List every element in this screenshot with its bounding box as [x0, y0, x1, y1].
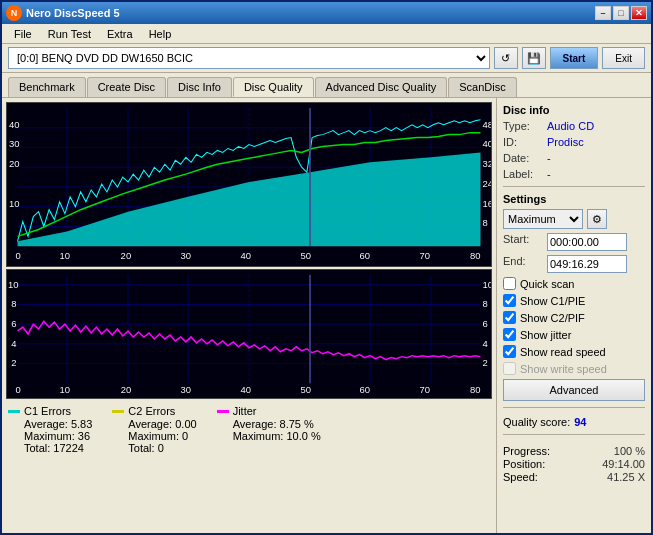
progress-value: 100 %: [614, 445, 645, 457]
svg-text:60: 60: [359, 385, 370, 395]
show-read-check[interactable]: [503, 345, 516, 358]
menu-file[interactable]: File: [6, 26, 40, 42]
date-row: Date: -: [503, 152, 645, 164]
svg-text:40: 40: [483, 140, 491, 150]
jitter-color: [217, 410, 229, 413]
settings-title: Settings: [503, 193, 645, 205]
advanced-button[interactable]: Advanced: [503, 379, 645, 401]
svg-text:30: 30: [181, 251, 192, 261]
show-write-check: [503, 362, 516, 375]
svg-text:6: 6: [11, 319, 16, 329]
legend-c2: C2 Errors Average: 0.00 Maximum: 0 Total…: [112, 405, 196, 454]
start-field[interactable]: [547, 233, 627, 251]
svg-text:70: 70: [419, 385, 430, 395]
content-area: 40 30 20 10 48 40 32 24 16 8 0 10 20 30: [2, 97, 651, 533]
svg-text:40: 40: [9, 120, 20, 130]
app-icon: N: [6, 5, 22, 21]
c2-avg: Average: 0.00: [128, 418, 196, 430]
bottom-chart: 10 8 6 4 2 10 8 6 4 2 0 10 20 30 40: [6, 269, 492, 399]
quick-scan-check[interactable]: [503, 277, 516, 290]
tab-bar: Benchmark Create Disc Disc Info Disc Qua…: [2, 73, 651, 97]
end-row: End:: [503, 255, 645, 273]
drive-select[interactable]: [0:0] BENQ DVD DD DW1650 BCIC: [8, 47, 490, 69]
speed-label: Speed:: [503, 471, 538, 483]
end-field[interactable]: [547, 255, 627, 273]
svg-text:10: 10: [483, 280, 491, 290]
top-chart-svg: 40 30 20 10 48 40 32 24 16 8 0 10 20 30: [7, 103, 491, 266]
close-button[interactable]: ✕: [631, 6, 647, 20]
show-jitter-check[interactable]: [503, 328, 516, 341]
show-c1-row: Show C1/PIE: [503, 294, 645, 307]
svg-text:40: 40: [241, 251, 252, 261]
right-panel: Disc info Type: Audio CD ID: Prodisc Dat…: [496, 98, 651, 533]
id-label: ID:: [503, 136, 543, 148]
speed-value: 41.25 X: [607, 471, 645, 483]
c2-label: C2 Errors: [128, 405, 175, 417]
divider-1: [503, 186, 645, 187]
progress-row: Progress: 100 %: [503, 445, 645, 457]
disc-info-title: Disc info: [503, 104, 645, 116]
menu-extra[interactable]: Extra: [99, 26, 141, 42]
speed-select[interactable]: Maximum: [503, 209, 583, 229]
id-value: Prodisc: [547, 136, 584, 148]
minimize-button[interactable]: –: [595, 6, 611, 20]
type-label: Type:: [503, 120, 543, 132]
tab-create-disc[interactable]: Create Disc: [87, 77, 166, 97]
c2-stats: Average: 0.00 Maximum: 0 Total: 0: [112, 418, 196, 454]
tab-disc-quality[interactable]: Disc Quality: [233, 77, 314, 97]
show-read-label: Show read speed: [520, 346, 606, 358]
position-value: 49:14.00: [602, 458, 645, 470]
svg-text:2: 2: [11, 359, 16, 369]
main-window: N Nero DiscSpeed 5 – □ ✕ File Run Test E…: [0, 0, 653, 535]
position-label: Position:: [503, 458, 545, 470]
disc-label-value: -: [547, 168, 551, 180]
progress-label: Progress:: [503, 445, 550, 457]
speed-row-prog: Speed: 41.25 X: [503, 471, 645, 483]
tab-advanced-disc-quality[interactable]: Advanced Disc Quality: [315, 77, 448, 97]
svg-text:4: 4: [11, 339, 16, 349]
show-c2-check[interactable]: [503, 311, 516, 324]
show-c2-label: Show C2/PIF: [520, 312, 585, 324]
tab-disc-info[interactable]: Disc Info: [167, 77, 232, 97]
c1-stats: Average: 5.83 Maximum: 36 Total: 17224: [8, 418, 92, 454]
start-button[interactable]: Start: [550, 47, 599, 69]
c1-label: C1 Errors: [24, 405, 71, 417]
quality-row: Quality score: 94: [503, 416, 645, 428]
save-button[interactable]: 💾: [522, 47, 546, 69]
maximize-button[interactable]: □: [613, 6, 629, 20]
svg-text:60: 60: [359, 251, 370, 261]
svg-text:20: 20: [9, 159, 20, 169]
exit-button[interactable]: Exit: [602, 47, 645, 69]
speed-row: Maximum ⚙: [503, 209, 645, 229]
progress-section: Progress: 100 % Position: 49:14.00 Speed…: [503, 445, 645, 484]
show-c2-row: Show C2/PIF: [503, 311, 645, 324]
quick-scan-label: Quick scan: [520, 278, 574, 290]
jitter-stats: Average: 8.75 % Maximum: 10.0 %: [217, 418, 321, 442]
title-bar-left: N Nero DiscSpeed 5: [6, 5, 120, 21]
reload-button[interactable]: ↺: [494, 47, 518, 69]
svg-text:8: 8: [11, 300, 16, 310]
svg-text:16: 16: [483, 199, 491, 209]
show-write-row: Show write speed: [503, 362, 645, 375]
menu-help[interactable]: Help: [141, 26, 180, 42]
id-row: ID: Prodisc: [503, 136, 645, 148]
settings-icon-btn[interactable]: ⚙: [587, 209, 607, 229]
svg-text:10: 10: [60, 385, 71, 395]
date-value: -: [547, 152, 551, 164]
svg-text:6: 6: [483, 319, 488, 329]
show-c1-check[interactable]: [503, 294, 516, 307]
svg-text:10: 10: [9, 199, 20, 209]
title-bar-buttons: – □ ✕: [595, 6, 647, 20]
end-label: End:: [503, 255, 543, 273]
c2-max: Maximum: 0: [128, 430, 196, 442]
svg-text:30: 30: [181, 385, 192, 395]
start-label: Start:: [503, 233, 543, 251]
tab-scandisc[interactable]: ScanDisc: [448, 77, 516, 97]
chart-area: 40 30 20 10 48 40 32 24 16 8 0 10 20 30: [2, 98, 496, 533]
tab-benchmark[interactable]: Benchmark: [8, 77, 86, 97]
type-value: Audio CD: [547, 120, 594, 132]
c1-total: Total: 17224: [24, 442, 92, 454]
position-row: Position: 49:14.00: [503, 458, 645, 470]
svg-text:2: 2: [483, 359, 488, 369]
menu-run-test[interactable]: Run Test: [40, 26, 99, 42]
